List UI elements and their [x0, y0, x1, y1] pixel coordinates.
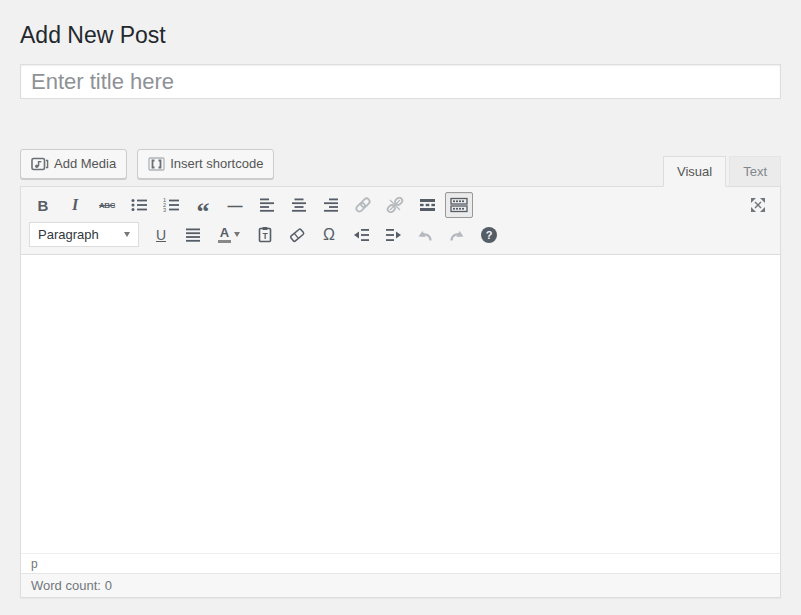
bulleted-list-icon [130, 197, 148, 213]
justify-icon [185, 227, 201, 243]
insert-shortcode-label: Insert shortcode [170, 156, 263, 171]
redo-icon [448, 227, 466, 243]
tab-text[interactable]: Text [729, 156, 781, 187]
bulleted-list-button[interactable] [125, 192, 153, 218]
strikethrough-icon: ABC [99, 201, 115, 210]
svg-text:T: T [262, 231, 268, 241]
wordcount-bar: Word count: 0 [21, 573, 780, 597]
strikethrough-button[interactable]: ABC [93, 192, 121, 218]
toolbar-row-1: B I ABC [29, 191, 772, 219]
bold-button[interactable]: B [29, 192, 57, 218]
numbered-list-icon: 1 2 3 [162, 197, 180, 213]
editor-container: B I ABC [20, 186, 781, 598]
insert-shortcode-button[interactable]: Insert shortcode [137, 149, 274, 179]
align-left-icon [259, 197, 275, 213]
add-media-icon [31, 156, 49, 172]
media-and-tabs-row: Add Media Insert shortcode Visual Text [20, 149, 781, 186]
toolbar-toggle-icon [450, 197, 468, 213]
italic-button[interactable]: I [61, 192, 89, 218]
editor-mode-tabs: Visual Text [663, 156, 781, 186]
italic-icon: I [72, 196, 78, 214]
align-left-button[interactable] [253, 192, 281, 218]
fullscreen-button[interactable] [744, 192, 772, 218]
link-icon [354, 197, 372, 213]
editor-content-area[interactable] [21, 255, 780, 553]
more-tag-icon [419, 197, 436, 213]
align-right-button[interactable] [317, 192, 345, 218]
tab-visual[interactable]: Visual [663, 156, 726, 187]
omega-icon: Ω [323, 226, 335, 244]
text-color-icon: A [218, 226, 231, 243]
outdent-icon [353, 227, 370, 243]
align-right-icon [323, 197, 339, 213]
paste-as-text-button[interactable]: T [251, 222, 279, 248]
horizontal-rule-icon: — [228, 197, 243, 214]
shortcode-icon [148, 156, 165, 172]
underline-button[interactable]: U [147, 222, 175, 248]
chevron-down-icon [124, 232, 130, 237]
justify-button[interactable] [179, 222, 207, 248]
underline-icon: U [156, 227, 166, 243]
horizontal-rule-button[interactable]: — [221, 192, 249, 218]
numbered-list-button[interactable]: 1 2 3 [157, 192, 185, 218]
element-path[interactable]: p [31, 557, 38, 571]
element-path-bar[interactable]: p [21, 553, 780, 573]
unlink-icon [386, 197, 404, 213]
paste-as-text-icon: T [257, 226, 273, 243]
page-title: Add New Post [20, 23, 781, 47]
media-buttons: Add Media Insert shortcode [20, 149, 274, 179]
help-button[interactable]: ? [475, 222, 503, 248]
svg-text:3: 3 [163, 208, 166, 214]
special-character-button[interactable]: Ω [315, 222, 343, 248]
undo-icon [416, 227, 434, 243]
align-center-button[interactable] [285, 192, 313, 218]
indent-icon [385, 227, 402, 243]
chevron-down-icon [234, 232, 240, 237]
format-select[interactable]: Paragraph [29, 222, 139, 247]
unlink-button[interactable] [381, 192, 409, 218]
align-center-icon [291, 197, 307, 213]
clear-formatting-button[interactable] [283, 222, 311, 248]
outdent-button[interactable] [347, 222, 375, 248]
add-media-button[interactable]: Add Media [20, 149, 127, 179]
help-icon: ? [481, 227, 497, 243]
eraser-icon [288, 227, 306, 243]
text-color-button[interactable]: A [211, 222, 247, 248]
indent-button[interactable] [379, 222, 407, 248]
toolbar-toggle-button[interactable] [445, 192, 473, 218]
toolbar-row-2: Paragraph U A [29, 221, 772, 248]
redo-button[interactable] [443, 222, 471, 248]
format-select-value: Paragraph [38, 227, 99, 242]
more-tag-button[interactable] [413, 192, 441, 218]
editor-toolbar: B I ABC [21, 187, 780, 255]
fullscreen-icon [748, 195, 768, 215]
link-button[interactable] [349, 192, 377, 218]
wordcount-label: Word count: [31, 578, 101, 593]
undo-button[interactable] [411, 222, 439, 248]
add-media-label: Add Media [54, 156, 116, 171]
blockquote-button[interactable]: “ [189, 192, 217, 218]
post-title-input[interactable] [20, 64, 781, 99]
wordcount-value: 0 [105, 578, 112, 593]
bold-icon: B [38, 197, 49, 214]
